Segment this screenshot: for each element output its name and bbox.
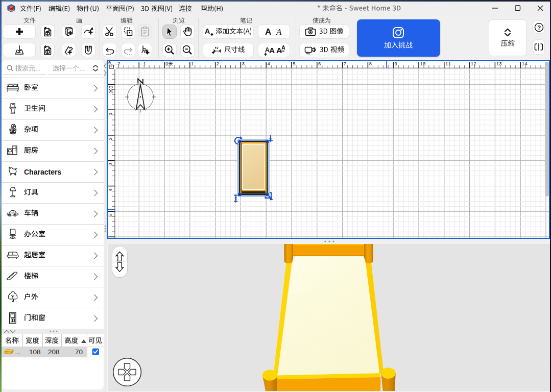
svg-text:A: A [265, 27, 271, 37]
svg-text:A: A [276, 27, 282, 37]
svg-text:A: A [205, 27, 210, 35]
svg-text:A: A [269, 46, 275, 55]
svg-text:A: A [281, 44, 285, 51]
svg-text:?: ? [537, 24, 541, 30]
